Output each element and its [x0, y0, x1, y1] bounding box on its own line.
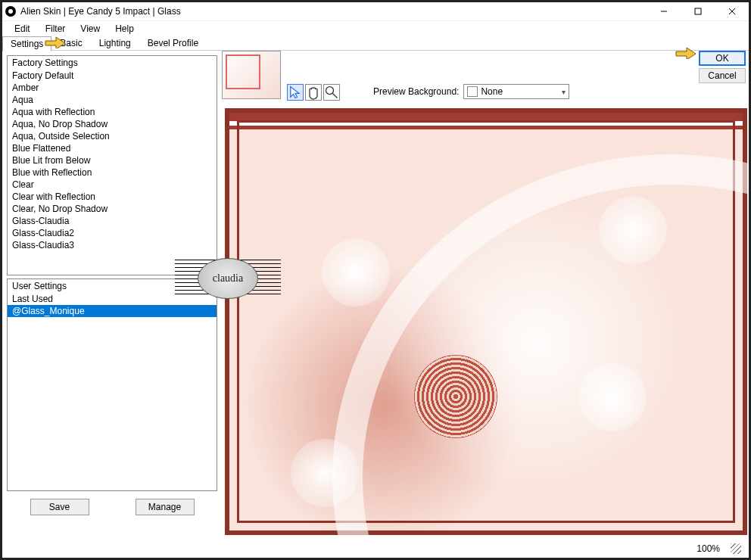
glow-icon [599, 196, 667, 264]
hand-tool-icon[interactable] [305, 84, 322, 101]
list-item[interactable]: Glass-Claudia2 [8, 227, 217, 239]
close-button[interactable] [715, 3, 749, 20]
maximize-button[interactable] [681, 3, 715, 20]
tab-bevel-profile[interactable]: Bevel Profile [139, 36, 207, 51]
tab-settings[interactable]: Settings [2, 36, 51, 51]
window-controls [647, 3, 749, 20]
menu-view[interactable]: View [73, 22, 108, 36]
list-item[interactable]: Clear with Reflection [8, 191, 217, 203]
zoom-indicator: 100% [692, 543, 725, 554]
list-item[interactable]: Glass-Claudia [8, 215, 217, 227]
save-button[interactable]: Save [30, 499, 89, 515]
factory-settings-header: Factory Settings [8, 56, 217, 70]
svg-line-5 [332, 93, 337, 98]
preview-toolbar [287, 84, 340, 101]
cancel-button[interactable]: Cancel [699, 68, 746, 83]
dialog-buttons: OK Cancel [699, 51, 746, 83]
list-item[interactable]: Factory Default [8, 70, 217, 82]
list-item[interactable]: Clear [8, 179, 217, 191]
list-item[interactable]: Blue Lit from Below [8, 154, 217, 166]
zoom-tool-icon[interactable] [323, 84, 340, 101]
window-title: Alien Skin | Eye Candy 5 Impact | Glass [20, 6, 647, 17]
settings-buttons: Save Manage [7, 499, 217, 515]
menu-edit[interactable]: Edit [7, 22, 38, 36]
ok-button[interactable]: OK [699, 51, 746, 66]
preview-thumbnail[interactable] [222, 51, 281, 99]
list-item[interactable]: Aqua [8, 94, 217, 106]
tab-bar: Settings Basic Lighting Bevel Profile [2, 36, 749, 51]
preview-background-label: Preview Background: [373, 86, 459, 97]
status-bar: 100% [692, 542, 741, 555]
preview-background-select[interactable]: None [463, 84, 569, 99]
glow-icon [578, 363, 647, 431]
list-item[interactable]: Glass-Claudia3 [8, 239, 217, 251]
list-item[interactable]: Clear, No Drop Shadow [8, 203, 217, 215]
app-icon [5, 6, 16, 17]
user-settings-header: User Settings [8, 279, 217, 293]
tab-lighting[interactable]: Lighting [91, 36, 139, 51]
list-item[interactable]: Last Used [8, 293, 217, 305]
list-item[interactable]: Blue with Reflection [8, 166, 217, 179]
factory-settings-list[interactable]: Factory Settings Factory Default Amber A… [7, 55, 217, 275]
preview-pane: Preview Background: None OK Cancel [222, 51, 749, 537]
list-item[interactable]: Aqua, No Drop Shadow [8, 118, 217, 130]
list-item[interactable]: Aqua with Reflection [8, 106, 217, 118]
list-item[interactable]: Amber [8, 82, 217, 94]
list-item[interactable]: Aqua, Outside Selection [8, 130, 217, 142]
menu-filter[interactable]: Filter [38, 22, 73, 36]
settings-pane: Factory Settings Factory Default Amber A… [2, 51, 222, 537]
minimize-button[interactable] [647, 3, 681, 20]
spiral-icon [414, 355, 497, 438]
svg-point-4 [326, 87, 334, 95]
main-area: Factory Settings Factory Default Amber A… [2, 51, 749, 537]
tab-basic[interactable]: Basic [51, 36, 90, 51]
preview-canvas[interactable] [225, 108, 747, 535]
preview-background-value: None [481, 86, 503, 97]
preview-background-chip [467, 86, 478, 97]
glow-icon [291, 439, 359, 507]
menu-help[interactable]: Help [108, 22, 142, 36]
user-settings-list[interactable]: User Settings Last Used @Glass_Monique [7, 278, 217, 491]
preview-image [225, 108, 747, 535]
menu-bar: Edit Filter View Help [2, 21, 749, 36]
manage-button[interactable]: Manage [136, 499, 195, 515]
resize-grip-icon[interactable] [731, 543, 741, 554]
list-item-selected[interactable]: @Glass_Monique [8, 305, 217, 317]
svg-rect-1 [695, 8, 701, 14]
glow-icon [322, 238, 390, 306]
pointer-tool-icon[interactable] [287, 84, 304, 101]
preview-background-row: Preview Background: None [373, 84, 569, 99]
title-bar: Alien Skin | Eye Candy 5 Impact | Glass [2, 2, 749, 21]
list-item[interactable]: Blue Flattened [8, 142, 217, 154]
